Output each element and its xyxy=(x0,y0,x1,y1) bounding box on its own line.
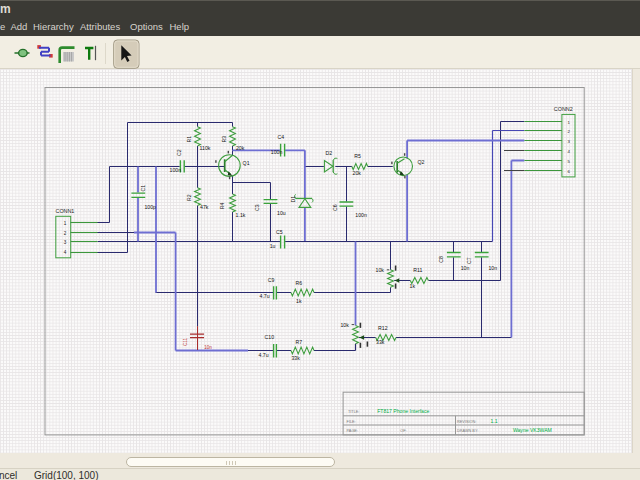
svg-text:R3: R3 xyxy=(221,136,227,143)
svg-text:D2: D2 xyxy=(326,150,333,156)
svg-text:100p: 100p xyxy=(144,204,156,210)
svg-text:TITLE:: TITLE: xyxy=(348,410,359,414)
svg-text:2: 2 xyxy=(64,231,67,236)
svg-text:5: 5 xyxy=(568,159,571,164)
svg-text:OF:: OF: xyxy=(400,429,406,433)
svg-text:R11: R11 xyxy=(413,267,422,273)
svg-text:3: 3 xyxy=(64,240,67,245)
svg-text:20k: 20k xyxy=(353,170,362,176)
svg-text:C9: C9 xyxy=(268,277,275,283)
svg-text:C3: C3 xyxy=(254,204,260,211)
svg-text:D1: D1 xyxy=(291,196,297,203)
svg-text:47k: 47k xyxy=(200,204,209,210)
svg-text:10n: 10n xyxy=(204,345,212,350)
svg-text:4: 4 xyxy=(64,250,67,255)
svg-text:C5: C5 xyxy=(276,229,283,235)
svg-text:C2: C2 xyxy=(176,149,182,156)
svg-text:1.1k: 1.1k xyxy=(236,212,246,218)
svg-text:CONN1: CONN1 xyxy=(56,208,75,214)
svg-text:1u: 1u xyxy=(270,243,276,249)
svg-text:R12: R12 xyxy=(378,325,388,331)
svg-text:Wayne VK3WAM: Wayne VK3WAM xyxy=(513,427,552,433)
svg-text:C7: C7 xyxy=(466,257,472,264)
svg-text:4.7u: 4.7u xyxy=(259,352,269,358)
svg-text:4: 4 xyxy=(568,149,571,154)
svg-text:R1: R1 xyxy=(186,136,192,143)
svg-text:3: 3 xyxy=(568,139,571,144)
svg-text:REVISION:: REVISION: xyxy=(457,420,476,424)
svg-text:2: 2 xyxy=(568,129,571,134)
svg-text:CONN2: CONN2 xyxy=(554,106,573,112)
svg-text:10k: 10k xyxy=(340,322,349,328)
svg-text:C10: C10 xyxy=(265,334,275,340)
svg-text:10k: 10k xyxy=(376,267,385,273)
svg-text:1k: 1k xyxy=(296,298,302,304)
svg-text:R2: R2 xyxy=(186,194,192,201)
svg-text:10n: 10n xyxy=(488,265,497,271)
svg-text:20k: 20k xyxy=(236,145,245,151)
svg-text:C6: C6 xyxy=(332,204,338,211)
svg-text:1: 1 xyxy=(568,120,571,125)
svg-text:1: 1 xyxy=(64,221,67,226)
svg-text:FT817 Phone Interface: FT817 Phone Interface xyxy=(377,408,429,414)
svg-text:C1: C1 xyxy=(140,185,146,192)
svg-text:110k: 110k xyxy=(200,145,211,151)
svg-text:C8: C8 xyxy=(438,256,444,263)
svg-text:33k: 33k xyxy=(376,339,385,345)
svg-text:R6: R6 xyxy=(296,280,303,286)
svg-text:R4: R4 xyxy=(219,203,225,210)
svg-text:33k: 33k xyxy=(291,355,300,361)
svg-text:10u: 10u xyxy=(277,210,286,216)
svg-text:100n: 100n xyxy=(271,149,283,155)
svg-text:1.1: 1.1 xyxy=(490,418,497,424)
svg-text:FILE:: FILE: xyxy=(347,420,356,424)
svg-text:R5: R5 xyxy=(354,153,361,159)
svg-text:10n: 10n xyxy=(461,265,470,271)
svg-text:C4: C4 xyxy=(277,134,284,140)
svg-text:100n: 100n xyxy=(170,167,182,173)
svg-text:R7: R7 xyxy=(296,339,303,345)
svg-text:6: 6 xyxy=(568,169,571,174)
svg-text:DRAWN BY:: DRAWN BY: xyxy=(457,429,478,433)
svg-text:4.7u: 4.7u xyxy=(260,293,270,299)
svg-text:Q2: Q2 xyxy=(417,159,424,165)
svg-text:PAGE:: PAGE: xyxy=(347,429,358,433)
svg-text:C11: C11 xyxy=(183,337,188,346)
svg-text:100n: 100n xyxy=(355,212,367,218)
svg-text:Q1: Q1 xyxy=(243,160,250,166)
svg-text:1k: 1k xyxy=(410,283,416,289)
